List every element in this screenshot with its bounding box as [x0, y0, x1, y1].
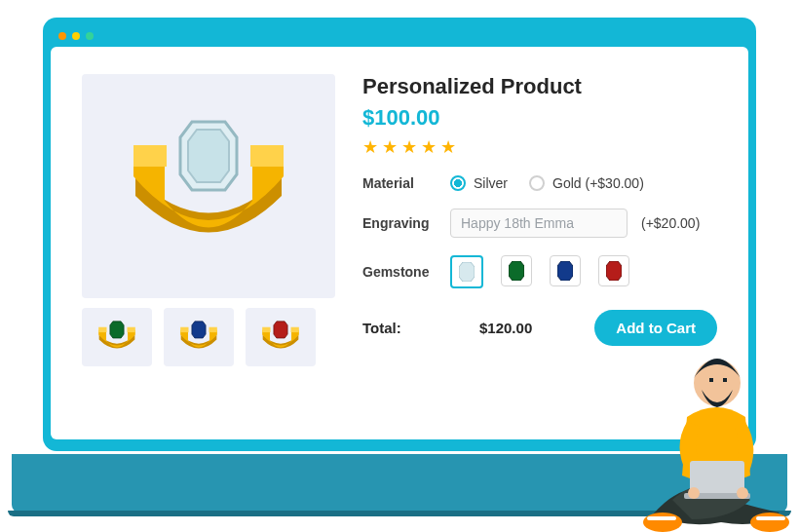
gemstone-swatch-blue[interactable]: [550, 255, 581, 286]
thumbnail-red[interactable]: [246, 308, 316, 366]
svg-rect-1: [250, 145, 284, 167]
gallery-column: [82, 74, 335, 416]
thumbnail-green[interactable]: [82, 308, 152, 366]
engraving-surcharge: (+$20.00): [641, 215, 700, 231]
svg-marker-3: [188, 130, 229, 182]
product-price: $100.00: [362, 105, 717, 131]
gemstone-label: Gemstone: [362, 264, 450, 280]
svg-rect-7: [180, 327, 188, 332]
laptop-frame: Personalized Product $100.00 ★ ★ ★ ★ ★ M…: [43, 18, 756, 451]
material-label: Material: [362, 175, 450, 191]
svg-rect-20: [756, 516, 785, 520]
svg-rect-0: [133, 145, 167, 167]
window-dot-yellow: [72, 32, 80, 40]
ring-illustration: [106, 98, 311, 274]
star-icon: ★: [362, 138, 378, 156]
laptop-base: [12, 454, 787, 513]
product-title: Personalized Product: [362, 74, 717, 99]
option-row-gemstone: Gemstone: [362, 255, 717, 288]
svg-marker-12: [274, 322, 287, 338]
svg-marker-16: [606, 261, 622, 281]
gemstone-swatch-green[interactable]: [501, 255, 532, 286]
material-option-silver[interactable]: Silver: [450, 175, 508, 191]
engraving-label: Engraving: [362, 215, 450, 231]
details-column: Personalized Product $100.00 ★ ★ ★ ★ ★ M…: [362, 74, 717, 416]
star-icon: ★: [401, 138, 417, 156]
window-titlebar: [51, 25, 748, 47]
option-row-engraving: Engraving (+$20.00): [362, 209, 717, 238]
star-icon: ★: [440, 138, 456, 156]
window-dot-green: [86, 32, 94, 40]
total-row: Total: $120.00 Add to Cart: [362, 310, 717, 346]
app-screen: Personalized Product $100.00 ★ ★ ★ ★ ★ M…: [51, 47, 748, 439]
svg-marker-9: [192, 322, 206, 338]
gemstone-swatch-red[interactable]: [598, 255, 629, 286]
total-label: Total:: [362, 320, 450, 336]
engraving-input[interactable]: [450, 209, 628, 238]
radio-icon: [529, 175, 545, 191]
svg-marker-13: [459, 262, 475, 282]
add-to-cart-button[interactable]: Add to Cart: [594, 310, 717, 346]
star-icon: ★: [382, 138, 398, 156]
material-option-label: Gold (+$30.00): [552, 175, 644, 191]
svg-rect-4: [98, 327, 106, 332]
gemstone-swatches: [450, 255, 629, 288]
thumbnail-row: [82, 308, 335, 366]
svg-rect-19: [647, 516, 676, 520]
svg-rect-11: [291, 327, 299, 332]
thumbnail-blue[interactable]: [164, 308, 234, 366]
svg-rect-10: [262, 327, 270, 332]
gemstone-swatch-clear[interactable]: [450, 255, 483, 288]
rating-stars: ★ ★ ★ ★ ★: [362, 138, 717, 156]
svg-rect-5: [128, 327, 135, 332]
window-dot-red: [58, 32, 66, 40]
star-icon: ★: [421, 138, 437, 156]
svg-marker-14: [509, 261, 524, 281]
svg-rect-8: [209, 327, 217, 332]
svg-marker-15: [557, 261, 573, 281]
radio-icon: [450, 175, 466, 191]
material-option-label: Silver: [474, 175, 508, 191]
svg-marker-6: [110, 322, 124, 338]
option-row-material: Material Silver Gold (+$30.00): [362, 175, 717, 191]
product-hero-image: [82, 74, 335, 298]
total-value: $120.00: [479, 320, 532, 336]
material-option-gold[interactable]: Gold (+$30.00): [529, 175, 644, 191]
